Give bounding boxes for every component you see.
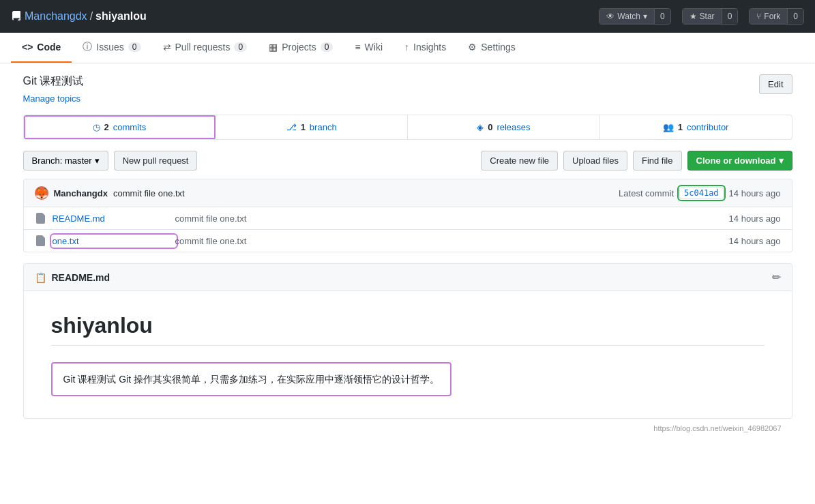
upload-files-button[interactable]: Upload files [563, 151, 627, 171]
file-time-readme: 14 hours ago [729, 213, 781, 224]
main-content: Git 课程测试 Manage topics Edit ◷ 2 commits … [12, 63, 803, 449]
wiki-icon: ≡ [355, 42, 360, 53]
create-new-file-button[interactable]: Create new file [481, 151, 558, 171]
releases-stat[interactable]: ◈ 0 releases [408, 115, 600, 139]
fork-count[interactable]: 0 [787, 9, 803, 24]
file-toolbar: Branch: master ▾ New pull request Create… [23, 151, 792, 171]
clone-chevron-icon: ▾ [779, 155, 784, 166]
tab-projects[interactable]: ▦ Projects 0 [258, 33, 344, 63]
tab-pr-label: Pull requests [175, 42, 231, 53]
repo-description-text: Git 课程测试 [23, 74, 84, 89]
watch-count[interactable]: 0 [654, 9, 670, 24]
branch-label: Branch: master [32, 155, 92, 166]
tab-pull-requests[interactable]: ⇄ Pull requests 0 [152, 33, 258, 63]
readme-edit-pencil-icon[interactable]: ✏ [772, 271, 781, 284]
new-pull-request-button[interactable]: New pull request [114, 151, 198, 171]
repo-description: Git 课程测试 Manage topics [23, 74, 84, 104]
commit-message: commit file one.txt [113, 188, 185, 198]
tab-settings-label: Settings [481, 42, 516, 53]
branch-count: 1 [301, 122, 306, 132]
commit-bar-right: Latest commit 5c041ad 14 hours ago [619, 187, 780, 199]
manage-topics-link[interactable]: Manage topics [23, 93, 81, 104]
commits-label: commits [113, 122, 146, 132]
tab-code[interactable]: <> Code [11, 33, 72, 63]
star-count[interactable]: 0 [722, 9, 738, 24]
watch-button[interactable]: 👁 Watch ▾ [599, 9, 654, 24]
file-icon-one [35, 235, 46, 246]
commits-stat[interactable]: ◷ 2 commits [24, 115, 216, 139]
branch-selector[interactable]: Branch: master ▾ [23, 151, 108, 171]
title-separator: / [90, 10, 93, 23]
file-name-one[interactable]: one.txt [53, 236, 175, 246]
code-icon: <> [22, 42, 33, 53]
org-name-link[interactable]: Manchangdx [25, 10, 87, 23]
book-icon: 📋 [35, 272, 46, 283]
watermark: https://blog.csdn.net/weixin_46982067 [23, 419, 792, 438]
chevron-down-icon: ▾ [643, 12, 647, 21]
contributors-icon: 👥 [663, 122, 674, 132]
tab-issues-label: Issues [96, 42, 123, 53]
fork-button-group: ⑂ Fork 0 [749, 8, 804, 25]
tab-insights-label: Insights [413, 42, 446, 53]
star-button-group: ★ Star 0 [682, 8, 739, 25]
contributor-label: contributor [687, 122, 728, 132]
fork-label: Fork [764, 12, 780, 21]
clone-or-download-button[interactable]: Clone or download ▾ [687, 151, 792, 171]
file-commit-readme: commit file one.txt [175, 213, 729, 224]
eye-icon: 👁 [606, 12, 614, 21]
commit-bar: 🦊 Manchangdx commit file one.txt Latest … [23, 179, 792, 207]
latest-commit-label: Latest commit [619, 188, 674, 198]
tab-projects-label: Projects [282, 42, 316, 53]
branch-label: branch [310, 122, 337, 132]
insights-icon: ↑ [404, 42, 409, 53]
clone-label: Clone or download [696, 155, 776, 166]
readme-header: 📋 README.md ✏ [24, 264, 792, 291]
project-icon: ▦ [269, 42, 278, 53]
pr-count-badge: 0 [234, 42, 247, 52]
tab-issues[interactable]: ⓘ Issues 0 [72, 33, 151, 63]
fork-icon: ⑂ [756, 12, 761, 21]
watch-label: Watch [617, 12, 640, 21]
file-time-one: 14 hours ago [729, 236, 781, 246]
tab-code-label: Code [37, 42, 61, 53]
table-row: README.md commit file one.txt 14 hours a… [24, 207, 792, 230]
commit-hash-link[interactable]: 5c041ad [679, 187, 724, 199]
branches-stat[interactable]: ⎇ 1 branch [216, 115, 408, 139]
issues-count-badge: 0 [128, 42, 141, 52]
readme-heading: shiyanlou [51, 313, 765, 346]
file-name-readme[interactable]: README.md [53, 213, 175, 224]
star-button[interactable]: ★ Star [683, 9, 722, 24]
tab-wiki-label: Wiki [365, 42, 383, 53]
repo-name-link[interactable]: shiyanlou [95, 10, 147, 23]
fork-button[interactable]: ⑂ Fork [750, 9, 787, 24]
file-commit-one: commit file one.txt [175, 236, 729, 246]
file-icon-readme [35, 213, 46, 224]
repo-header: Git 课程测试 Manage topics Edit [23, 74, 792, 104]
star-label: Star [700, 12, 715, 21]
projects-count-badge: 0 [321, 42, 334, 52]
readme-body-text: Git 课程测试 Git 操作其实很简单，只需多加练习，在实际应用中逐渐领悟它的… [51, 362, 451, 396]
tab-wiki[interactable]: ≡ Wiki [344, 33, 394, 63]
tag-icon: ◈ [477, 122, 484, 132]
commit-author-link[interactable]: Manchangdx [54, 188, 108, 198]
issue-icon: ⓘ [83, 41, 92, 53]
releases-label: releases [497, 122, 530, 132]
author-avatar: 🦊 [35, 186, 48, 200]
repo-icon [11, 11, 22, 22]
file-table: README.md commit file one.txt 14 hours a… [23, 207, 792, 252]
readme-body: shiyanlou Git 课程测试 Git 操作其实很简单，只需多加练习，在实… [24, 291, 792, 418]
tab-insights[interactable]: ↑ Insights [394, 33, 457, 63]
settings-icon: ⚙ [468, 42, 477, 53]
nav-tabs: <> Code ⓘ Issues 0 ⇄ Pull requests 0 ▦ P… [0, 33, 815, 63]
contributor-count: 1 [678, 122, 683, 132]
watch-button-group: 👁 Watch ▾ 0 [599, 8, 670, 25]
stats-bar: ◷ 2 commits ⎇ 1 branch ◈ 0 releases 👥 1 … [23, 115, 792, 140]
find-file-button[interactable]: Find file [633, 151, 682, 171]
commit-bar-left: 🦊 Manchangdx commit file one.txt [35, 186, 185, 200]
releases-count: 0 [488, 122, 492, 132]
tab-settings[interactable]: ⚙ Settings [457, 33, 527, 63]
contributors-stat[interactable]: 👥 1 contributor [600, 115, 792, 139]
table-row: one.txt commit file one.txt 14 hours ago [24, 230, 792, 252]
commits-count: 2 [104, 122, 109, 132]
edit-button[interactable]: Edit [759, 74, 792, 94]
